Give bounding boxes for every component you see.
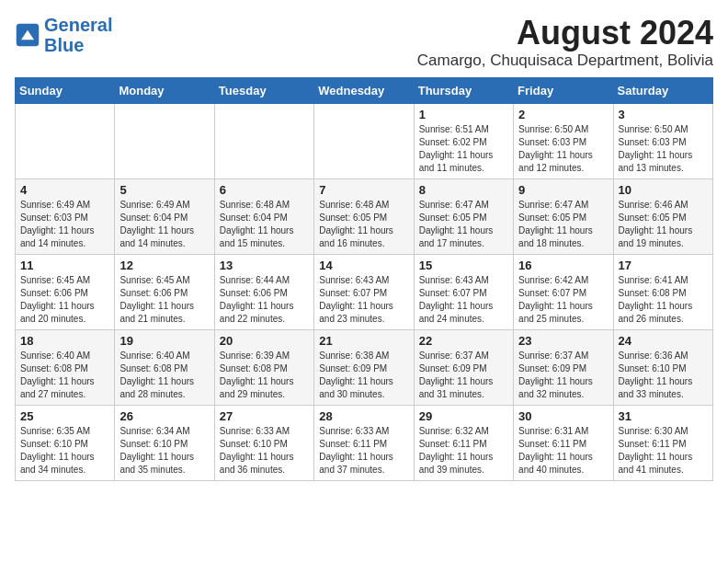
cell-date-number: 20 xyxy=(220,334,309,348)
calendar-cell: 2Sunrise: 6:50 AM Sunset: 6:03 PM Daylig… xyxy=(514,103,613,178)
calendar-cell xyxy=(314,103,414,178)
calendar-week-row: 25Sunrise: 6:35 AM Sunset: 6:10 PM Dayli… xyxy=(16,405,713,480)
cell-date-number: 18 xyxy=(20,334,109,348)
cell-info-text: Sunrise: 6:41 AM Sunset: 6:08 PM Dayligh… xyxy=(619,274,708,326)
cell-date-number: 8 xyxy=(419,183,508,197)
cell-info-text: Sunrise: 6:32 AM Sunset: 6:11 PM Dayligh… xyxy=(419,425,508,477)
weekday-header-monday: Monday xyxy=(115,77,214,103)
cell-date-number: 5 xyxy=(119,183,209,197)
cell-info-text: Sunrise: 6:38 AM Sunset: 6:09 PM Dayligh… xyxy=(319,350,408,401)
cell-date-number: 29 xyxy=(419,409,508,423)
calendar-cell: 17Sunrise: 6:41 AM Sunset: 6:08 PM Dayli… xyxy=(613,254,712,329)
logo-line1: General xyxy=(44,15,112,35)
calendar-header-row: SundayMondayTuesdayWednesdayThursdayFrid… xyxy=(16,77,713,103)
cell-date-number: 28 xyxy=(319,409,408,423)
calendar-cell: 3Sunrise: 6:50 AM Sunset: 6:03 PM Daylig… xyxy=(613,103,712,178)
cell-info-text: Sunrise: 6:42 AM Sunset: 6:07 PM Dayligh… xyxy=(518,274,608,326)
cell-date-number: 12 xyxy=(119,259,209,272)
calendar-cell: 25Sunrise: 6:35 AM Sunset: 6:10 PM Dayli… xyxy=(16,405,115,480)
cell-info-text: Sunrise: 6:46 AM Sunset: 6:05 PM Dayligh… xyxy=(619,199,708,250)
cell-info-text: Sunrise: 6:48 AM Sunset: 6:04 PM Dayligh… xyxy=(220,199,309,250)
calendar-table: SundayMondayTuesdayWednesdayThursdayFrid… xyxy=(15,77,713,481)
calendar-cell: 28Sunrise: 6:33 AM Sunset: 6:11 PM Dayli… xyxy=(314,405,414,480)
cell-info-text: Sunrise: 6:50 AM Sunset: 6:03 PM Dayligh… xyxy=(619,123,708,175)
cell-date-number: 25 xyxy=(20,409,109,423)
calendar-cell: 31Sunrise: 6:30 AM Sunset: 6:11 PM Dayli… xyxy=(613,405,712,480)
cell-date-number: 21 xyxy=(319,334,408,348)
cell-date-number: 11 xyxy=(20,259,109,272)
cell-date-number: 10 xyxy=(619,183,708,197)
calendar-cell: 26Sunrise: 6:34 AM Sunset: 6:10 PM Dayli… xyxy=(115,405,214,480)
calendar-week-row: 4Sunrise: 6:49 AM Sunset: 6:03 PM Daylig… xyxy=(16,178,713,254)
cell-info-text: Sunrise: 6:47 AM Sunset: 6:05 PM Dayligh… xyxy=(419,199,508,250)
cell-date-number: 16 xyxy=(518,259,608,272)
cell-info-text: Sunrise: 6:47 AM Sunset: 6:05 PM Dayligh… xyxy=(518,199,608,250)
calendar-cell: 29Sunrise: 6:32 AM Sunset: 6:11 PM Dayli… xyxy=(414,405,513,480)
cell-date-number: 2 xyxy=(518,108,608,121)
cell-date-number: 30 xyxy=(518,409,608,423)
cell-date-number: 26 xyxy=(119,409,209,423)
weekday-header-saturday: Saturday xyxy=(613,77,712,103)
cell-date-number: 13 xyxy=(220,259,309,272)
cell-info-text: Sunrise: 6:50 AM Sunset: 6:03 PM Dayligh… xyxy=(518,123,608,175)
cell-date-number: 9 xyxy=(518,183,608,197)
weekday-header-wednesday: Wednesday xyxy=(314,77,414,103)
calendar-cell: 1Sunrise: 6:51 AM Sunset: 6:02 PM Daylig… xyxy=(414,103,513,178)
cell-date-number: 3 xyxy=(619,108,708,121)
calendar-cell: 23Sunrise: 6:37 AM Sunset: 6:09 PM Dayli… xyxy=(514,329,613,405)
cell-info-text: Sunrise: 6:37 AM Sunset: 6:09 PM Dayligh… xyxy=(419,350,508,401)
cell-date-number: 6 xyxy=(220,183,309,197)
calendar-cell: 11Sunrise: 6:45 AM Sunset: 6:06 PM Dayli… xyxy=(16,254,115,329)
cell-info-text: Sunrise: 6:34 AM Sunset: 6:10 PM Dayligh… xyxy=(119,425,209,477)
calendar-cell: 16Sunrise: 6:42 AM Sunset: 6:07 PM Dayli… xyxy=(514,254,613,329)
calendar-week-row: 18Sunrise: 6:40 AM Sunset: 6:08 PM Dayli… xyxy=(16,329,713,405)
cell-info-text: Sunrise: 6:39 AM Sunset: 6:08 PM Dayligh… xyxy=(220,350,309,401)
cell-info-text: Sunrise: 6:44 AM Sunset: 6:06 PM Dayligh… xyxy=(220,274,309,326)
calendar-cell xyxy=(214,103,313,178)
cell-date-number: 4 xyxy=(20,183,109,197)
calendar-cell: 13Sunrise: 6:44 AM Sunset: 6:06 PM Dayli… xyxy=(214,254,313,329)
calendar-cell: 6Sunrise: 6:48 AM Sunset: 6:04 PM Daylig… xyxy=(214,178,313,254)
calendar-cell: 27Sunrise: 6:33 AM Sunset: 6:10 PM Dayli… xyxy=(214,405,313,480)
page-subtitle: Camargo, Chuquisaca Department, Bolivia xyxy=(417,52,713,70)
cell-info-text: Sunrise: 6:43 AM Sunset: 6:07 PM Dayligh… xyxy=(419,274,508,326)
calendar-cell: 15Sunrise: 6:43 AM Sunset: 6:07 PM Dayli… xyxy=(414,254,513,329)
cell-date-number: 7 xyxy=(319,183,408,197)
calendar-cell: 4Sunrise: 6:49 AM Sunset: 6:03 PM Daylig… xyxy=(16,178,115,254)
cell-info-text: Sunrise: 6:33 AM Sunset: 6:11 PM Dayligh… xyxy=(319,425,408,477)
cell-date-number: 23 xyxy=(518,334,608,348)
page-header: General Blue August 2024 Camargo, Chuqui… xyxy=(15,15,713,70)
cell-info-text: Sunrise: 6:35 AM Sunset: 6:10 PM Dayligh… xyxy=(20,425,109,477)
calendar-cell: 7Sunrise: 6:48 AM Sunset: 6:05 PM Daylig… xyxy=(314,178,414,254)
calendar-cell xyxy=(115,103,214,178)
cell-info-text: Sunrise: 6:30 AM Sunset: 6:11 PM Dayligh… xyxy=(619,425,708,477)
calendar-cell: 30Sunrise: 6:31 AM Sunset: 6:11 PM Dayli… xyxy=(514,405,613,480)
calendar-cell: 5Sunrise: 6:49 AM Sunset: 6:04 PM Daylig… xyxy=(115,178,214,254)
calendar-cell: 19Sunrise: 6:40 AM Sunset: 6:08 PM Dayli… xyxy=(115,329,214,405)
cell-date-number: 22 xyxy=(419,334,508,348)
cell-info-text: Sunrise: 6:49 AM Sunset: 6:03 PM Dayligh… xyxy=(20,199,109,250)
cell-info-text: Sunrise: 6:37 AM Sunset: 6:09 PM Dayligh… xyxy=(518,350,608,401)
calendar-week-row: 1Sunrise: 6:51 AM Sunset: 6:02 PM Daylig… xyxy=(16,103,713,178)
cell-info-text: Sunrise: 6:33 AM Sunset: 6:10 PM Dayligh… xyxy=(220,425,309,477)
calendar-cell: 10Sunrise: 6:46 AM Sunset: 6:05 PM Dayli… xyxy=(613,178,712,254)
logo: General Blue xyxy=(15,15,112,55)
weekday-header-thursday: Thursday xyxy=(414,77,513,103)
cell-info-text: Sunrise: 6:51 AM Sunset: 6:02 PM Dayligh… xyxy=(419,123,508,175)
weekday-header-tuesday: Tuesday xyxy=(214,77,313,103)
calendar-cell: 22Sunrise: 6:37 AM Sunset: 6:09 PM Dayli… xyxy=(414,329,513,405)
cell-date-number: 24 xyxy=(619,334,708,348)
calendar-cell: 14Sunrise: 6:43 AM Sunset: 6:07 PM Dayli… xyxy=(314,254,414,329)
logo-line2: Blue xyxy=(44,35,84,55)
calendar-cell: 8Sunrise: 6:47 AM Sunset: 6:05 PM Daylig… xyxy=(414,178,513,254)
calendar-cell: 24Sunrise: 6:36 AM Sunset: 6:10 PM Dayli… xyxy=(613,329,712,405)
cell-date-number: 31 xyxy=(619,409,708,423)
calendar-cell: 12Sunrise: 6:45 AM Sunset: 6:06 PM Dayli… xyxy=(115,254,214,329)
cell-date-number: 27 xyxy=(220,409,309,423)
cell-date-number: 19 xyxy=(119,334,209,348)
calendar-cell xyxy=(16,103,115,178)
cell-info-text: Sunrise: 6:45 AM Sunset: 6:06 PM Dayligh… xyxy=(119,274,209,326)
cell-info-text: Sunrise: 6:43 AM Sunset: 6:07 PM Dayligh… xyxy=(319,274,408,326)
cell-date-number: 1 xyxy=(419,108,508,121)
cell-date-number: 17 xyxy=(619,259,708,272)
